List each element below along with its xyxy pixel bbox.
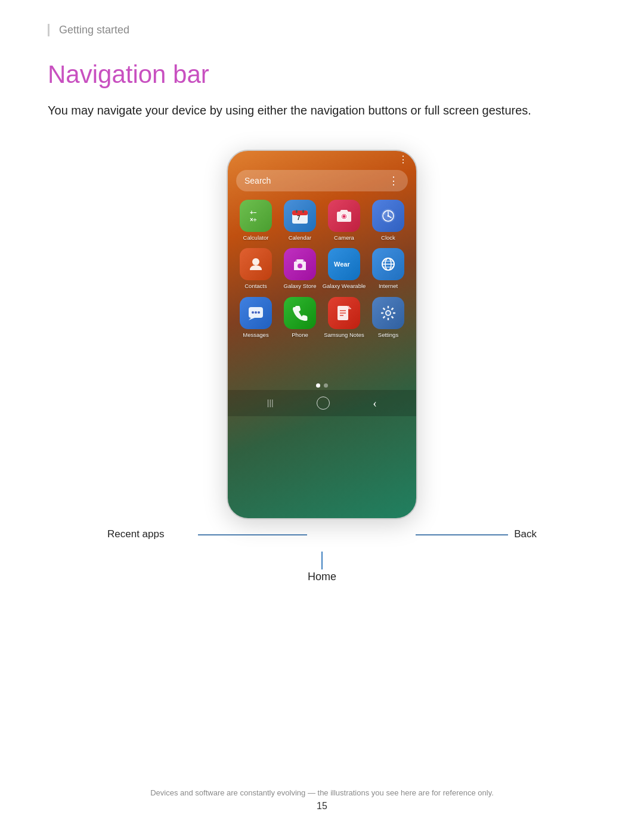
footer-disclaimer: Devices and software are constantly evol…	[0, 788, 644, 797]
svg-marker-25	[249, 318, 255, 320]
app-item-contacts[interactable]: Contacts	[234, 248, 278, 289]
app-item-galaxy-wearable[interactable]: Wear Galaxy Wearable	[322, 248, 366, 289]
svg-text:7: 7	[297, 215, 301, 221]
dot-active	[316, 383, 320, 388]
settings-label: Settings	[378, 332, 398, 338]
svg-line-44	[383, 316, 385, 318]
recent-apps-line	[198, 534, 307, 535]
home-label-area: Home	[308, 552, 336, 583]
messages-icon	[240, 297, 272, 329]
app-item-messages[interactable]: Messages	[234, 297, 278, 338]
svg-rect-27	[255, 311, 257, 314]
recent-apps-label: Recent apps	[107, 528, 164, 540]
svg-point-14	[252, 258, 259, 265]
galaxy-store-icon	[284, 248, 316, 280]
phone-status-bar: ⋮	[228, 151, 416, 168]
contacts-icon	[240, 248, 272, 280]
breadcrumb: Getting started	[48, 24, 596, 36]
search-bar-menu-icon: ⋮	[388, 174, 400, 187]
galaxy-store-label: Galaxy Store	[284, 283, 317, 289]
clock-icon	[372, 200, 404, 232]
phone-frame: ⋮ Search ⋮ +− ×÷	[227, 150, 417, 519]
svg-rect-4	[296, 210, 298, 213]
svg-rect-5	[302, 210, 304, 213]
recent-apps-button[interactable]: |||	[267, 398, 274, 408]
calculator-icon: +− ×÷	[240, 200, 272, 232]
galaxy-wearable-label: Galaxy Wearable	[323, 283, 366, 289]
calendar-label: Calendar	[289, 234, 312, 241]
svg-rect-26	[252, 311, 254, 314]
svg-point-13	[388, 215, 389, 217]
phone-nav-bar: ||| ‹	[228, 390, 416, 416]
app-item-calendar[interactable]: 7 Calendar	[278, 200, 322, 241]
app-item-samsung-notes[interactable]: Samsung Notes	[322, 297, 366, 338]
settings-icon	[372, 297, 404, 329]
svg-point-36	[386, 311, 390, 315]
app-item-internet[interactable]: Internet	[366, 248, 410, 289]
home-label: Home	[308, 571, 336, 583]
galaxy-wearable-icon: Wear	[328, 248, 360, 280]
page-indicator-dots	[228, 383, 416, 388]
svg-text:×÷: ×÷	[250, 216, 257, 223]
svg-text:+−: +−	[250, 209, 257, 216]
internet-icon	[372, 248, 404, 280]
phone-wrapper: ⋮ Search ⋮ +− ×÷	[227, 150, 417, 519]
dot-inactive	[324, 383, 328, 388]
phone-diagram-area: ⋮ Search ⋮ +− ×÷	[48, 150, 596, 583]
internet-label: Internet	[379, 283, 398, 289]
svg-point-15	[298, 264, 302, 268]
svg-text:Wear: Wear	[334, 261, 350, 268]
home-button[interactable]	[317, 397, 330, 410]
search-bar[interactable]: Search ⋮	[236, 170, 408, 191]
app-item-camera[interactable]: Camera	[322, 200, 366, 241]
section-description: You may navigate your device by using ei…	[48, 101, 584, 120]
app-item-calculator[interactable]: +− ×÷ Calculator	[234, 200, 278, 241]
samsung-notes-label: Samsung Notes	[324, 332, 364, 338]
page-container: Getting started Navigation bar You may n…	[0, 0, 644, 833]
phone-label: Phone	[292, 332, 308, 338]
home-vertical-line	[321, 552, 323, 569]
calculator-label: Calculator	[243, 234, 269, 241]
status-bar-icons: ⋮	[398, 154, 408, 165]
samsung-notes-icon	[328, 297, 360, 329]
svg-line-43	[392, 308, 394, 309]
camera-icon	[328, 200, 360, 232]
search-bar-label: Search	[244, 176, 271, 185]
app-item-galaxy-store[interactable]: Galaxy Store	[278, 248, 322, 289]
back-label: Back	[514, 528, 537, 540]
svg-rect-28	[258, 311, 260, 314]
app-item-phone[interactable]: Phone	[278, 297, 322, 338]
back-line	[416, 534, 508, 535]
app-item-clock[interactable]: Clock	[366, 200, 410, 241]
svg-line-42	[392, 316, 394, 318]
apps-grid: +− ×÷ Calculator	[228, 197, 416, 348]
contacts-label: Contacts	[244, 283, 267, 289]
messages-label: Messages	[243, 332, 268, 338]
app-item-settings[interactable]: Settings	[366, 297, 410, 338]
back-button[interactable]: ‹	[373, 397, 377, 410]
section-title: Navigation bar	[48, 60, 596, 89]
camera-label: Camera	[334, 234, 354, 241]
phone-icon	[284, 297, 316, 329]
labels-row: Recent apps Back	[107, 519, 537, 549]
footer-page-number: 15	[0, 801, 644, 812]
calendar-icon: 7	[284, 200, 316, 232]
breadcrumb-text: Getting started	[59, 24, 129, 36]
clock-label: Clock	[381, 234, 395, 241]
svg-line-41	[383, 308, 385, 309]
